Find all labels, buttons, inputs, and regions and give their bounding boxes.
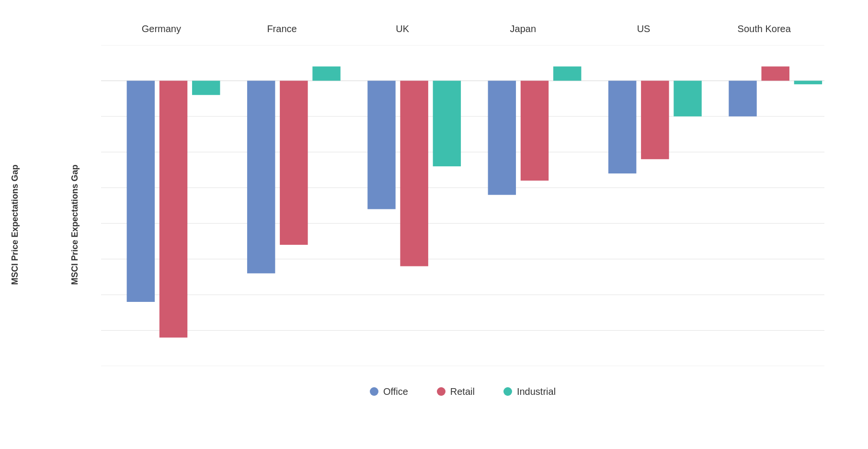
bar-france-industrial [312, 66, 340, 81]
bar-japan-retail [521, 81, 548, 180]
bar-southkorea-industrial [794, 81, 822, 84]
country-south-korea: South Korea [704, 23, 824, 35]
country-germany: Germany [101, 23, 222, 35]
bar-uk-industrial [433, 81, 461, 166]
legend-retail: Retail [437, 386, 475, 397]
legend-office: Office [370, 386, 408, 397]
bar-us-office [608, 81, 636, 173]
bar-japan-industrial [553, 66, 581, 81]
country-us: US [583, 23, 704, 35]
bar-uk-retail [400, 81, 428, 266]
bar-us-industrial [674, 81, 701, 116]
bar-france-retail [280, 81, 308, 244]
legend-office-label: Office [383, 386, 408, 397]
y-axis-title: MSCI Price Expectations Gap [10, 164, 24, 285]
legend-retail-label: Retail [450, 386, 475, 397]
legend-industrial-dot [503, 387, 512, 396]
country-uk: UK [342, 23, 463, 35]
bar-southkorea-office [729, 81, 756, 116]
chart-legend: Office Retail Industrial [101, 386, 824, 397]
bar-france-office [247, 81, 275, 273]
chart-area: Germany France UK Japan US South Korea [72, 23, 824, 397]
country-labels: Germany France UK Japan US South Korea [101, 23, 824, 35]
bar-uk-office [367, 81, 395, 209]
bar-southkorea-retail [761, 66, 789, 81]
legend-retail-dot [437, 387, 445, 396]
bar-japan-office [488, 81, 516, 195]
legend-industrial: Industrial [503, 386, 556, 397]
bar-germany-office [127, 81, 155, 302]
bar-chart-svg: 5% 0% -5% -10% -15% -20% -25% -30% -35% … [101, 45, 824, 366]
bar-us-retail [641, 81, 669, 159]
country-france: France [222, 23, 343, 35]
country-japan: Japan [463, 23, 583, 35]
legend-office-dot [370, 387, 378, 396]
bar-germany-retail [160, 81, 187, 337]
bar-germany-industrial [192, 81, 220, 95]
chart-container: MSCI Price Expectations Gap Germany Fran… [15, 14, 853, 436]
legend-industrial-label: Industrial [517, 386, 556, 397]
